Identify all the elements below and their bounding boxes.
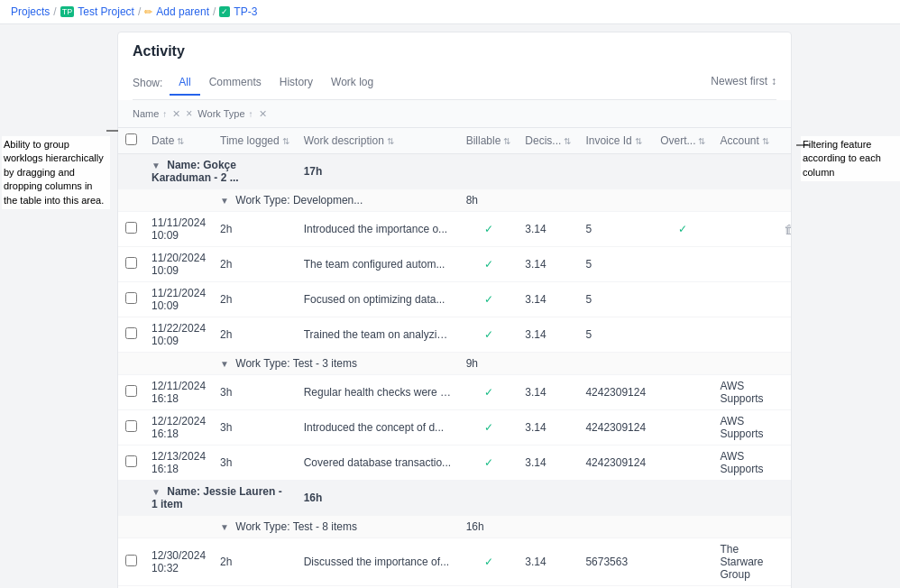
- row-description: Introduced the importance o...: [297, 212, 459, 247]
- activity-header: Activity Show: All Comments History Work…: [118, 32, 791, 100]
- row-action-cell: [776, 410, 791, 446]
- right-annotation: Filtering feature according to each colu…: [801, 136, 900, 181]
- subgroup-row: ▼ Work Type: Test - 3 items 9h: [118, 353, 791, 375]
- table-row: 12/13/2024 16:18 3h Covered database tra…: [118, 446, 791, 481]
- row-checkbox[interactable]: [125, 292, 137, 304]
- breadcrumb-tp3[interactable]: TP-3: [234, 5, 257, 18]
- time-filter-icon[interactable]: ⇅: [282, 136, 289, 146]
- row-time: 3h: [213, 410, 297, 446]
- row-account: AWS Supports: [712, 410, 776, 446]
- row-description: Discussed the importance of...: [297, 538, 459, 586]
- tab-all[interactable]: All: [170, 70, 199, 96]
- tp3-icon: ✓: [219, 6, 230, 17]
- row-invoice-id: 5: [578, 212, 653, 247]
- row-overtime: [653, 538, 712, 586]
- row-invoice-id: 4242309124: [578, 446, 653, 481]
- table-row: 11/11/2024 10:09 2h Introduced the impor…: [118, 212, 791, 247]
- row-account: The Starware Group: [712, 538, 776, 586]
- date-filter-icon[interactable]: ⇅: [177, 136, 184, 146]
- row-overtime: [653, 247, 712, 282]
- row-billable: ✓: [459, 247, 519, 282]
- name-pill-remove[interactable]: ✕: [172, 108, 180, 120]
- table-row: 12/12/2024 16:18 3h Introduced the conce…: [118, 410, 791, 446]
- select-all-checkbox[interactable]: [125, 133, 137, 145]
- desc-filter-icon[interactable]: ⇅: [387, 136, 394, 146]
- row-billable: ✓: [459, 446, 519, 481]
- row-action-cell: [776, 538, 791, 586]
- row-invoice-id: 5: [578, 282, 653, 317]
- subgroup-row: ▼ Work Type: Developmen... 8h: [118, 189, 791, 212]
- row-overtime: [653, 446, 712, 481]
- group-row: ▼ Name: Gokçe Karaduman - 2 ... 17h: [118, 154, 791, 189]
- row-checkbox[interactable]: [125, 222, 137, 234]
- subgroup-chevron[interactable]: ▼: [220, 196, 229, 206]
- col-decision: Decis... ⇅: [518, 128, 578, 154]
- tab-worklog[interactable]: Work log: [322, 70, 382, 96]
- row-account: [712, 282, 776, 317]
- row-overtime: [653, 410, 712, 446]
- tab-history[interactable]: History: [271, 70, 322, 96]
- row-description: Focused on optimizing data...: [297, 282, 459, 317]
- col-time-logged: Time logged ⇅: [213, 128, 297, 154]
- row-decision: 3.14: [518, 538, 578, 586]
- row-date: 11/20/2024 10:09: [144, 247, 213, 282]
- account-filter-icon[interactable]: ⇅: [762, 136, 769, 146]
- row-account: [712, 247, 776, 282]
- activity-tabs: Show: All Comments History Work log Newe…: [133, 67, 776, 100]
- delete-btn[interactable]: 🗑: [784, 223, 791, 236]
- breadcrumb-add-parent[interactable]: Add parent: [156, 5, 209, 18]
- invoice-filter-icon[interactable]: ⇅: [635, 136, 642, 146]
- row-checkbox[interactable]: [125, 555, 137, 566]
- left-annotation: Ability to group worklogs hierarchically…: [2, 136, 110, 209]
- row-decision: 3.14: [518, 212, 578, 247]
- row-time: 2h: [213, 538, 297, 586]
- subgroup-row: ▼ Work Type: Test - 8 items 16h: [118, 516, 791, 538]
- row-billable: ✓: [459, 282, 519, 317]
- row-billable: ✓: [459, 317, 519, 353]
- col-checkbox: [118, 128, 144, 154]
- row-checkbox[interactable]: [125, 420, 137, 432]
- row-description: Regular health checks were s...: [297, 375, 459, 410]
- row-overtime: ✓: [653, 212, 712, 247]
- activity-title: Activity: [133, 43, 776, 60]
- col-work-description: Work description ⇅: [297, 128, 459, 154]
- row-account: AWS Supports: [712, 375, 776, 410]
- billable-filter-icon[interactable]: ⇅: [503, 136, 510, 146]
- row-decision: 3.14: [518, 282, 578, 317]
- table-row: 12/11/2024 16:18 3h Regular health check…: [118, 375, 791, 410]
- subgroup-chevron[interactable]: ▼: [220, 522, 229, 532]
- group-chevron[interactable]: ▼: [152, 487, 161, 497]
- row-decision: 3.14: [518, 446, 578, 481]
- row-date: 11/11/2024 10:09: [144, 212, 213, 247]
- row-date: 12/13/2024 16:18: [144, 446, 213, 481]
- row-checkbox[interactable]: [125, 327, 137, 339]
- row-description: The team configured autom...: [297, 247, 459, 282]
- tab-comments[interactable]: Comments: [200, 70, 271, 96]
- row-invoice-id: 4242309124: [578, 375, 653, 410]
- show-label: Show:: [133, 69, 162, 97]
- row-time: 3h: [213, 375, 297, 410]
- row-checkbox[interactable]: [125, 385, 137, 397]
- worktype-pill-remove[interactable]: ✕: [259, 108, 267, 120]
- row-time: 3h: [213, 446, 297, 481]
- row-time: 2h: [213, 212, 297, 247]
- row-description: Introduced the concept of d...: [297, 410, 459, 446]
- col-actions: [776, 128, 791, 154]
- breadcrumb: Projects / TP Test Project / ✏ Add paren…: [0, 0, 900, 24]
- group-chevron[interactable]: ▼: [152, 161, 161, 170]
- row-description: Trained the team on analyzin...: [297, 317, 459, 353]
- overtime-filter-icon[interactable]: ⇅: [698, 136, 705, 146]
- breadcrumb-test-project[interactable]: Test Project: [78, 5, 134, 18]
- row-overtime: [653, 375, 712, 410]
- row-checkbox[interactable]: [125, 455, 137, 467]
- row-checkbox[interactable]: [125, 257, 137, 269]
- row-date: 12/11/2024 16:18: [144, 375, 213, 410]
- decision-filter-icon[interactable]: ⇅: [564, 136, 571, 146]
- row-billable: ✓: [459, 375, 519, 410]
- subgroup-chevron[interactable]: ▼: [220, 359, 229, 369]
- breadcrumb-projects[interactable]: Projects: [11, 5, 50, 18]
- group-pills-bar: Name ↑ ✕ × Work Type ↑ ✕: [118, 100, 791, 128]
- worklogs-table-wrapper: Date ⇅ Time logged ⇅: [118, 128, 791, 588]
- sort-label[interactable]: Newest first ↕: [711, 67, 776, 99]
- row-actions: 🗑 ✏ ⧉: [784, 222, 791, 236]
